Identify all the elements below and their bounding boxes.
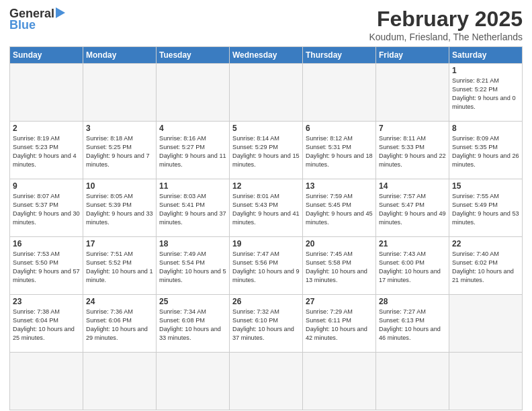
calendar-row: 23Sunrise: 7:38 AM Sunset: 6:04 PM Dayli… [10, 295, 523, 353]
table-row: 23Sunrise: 7:38 AM Sunset: 6:04 PM Dayli… [10, 295, 83, 353]
day-number: 2 [13, 124, 80, 133]
day-number: 19 [232, 239, 300, 248]
table-row: 19Sunrise: 7:47 AM Sunset: 5:56 PM Dayli… [230, 237, 303, 295]
day-number: 14 [379, 181, 446, 191]
day-info: Sunrise: 7:57 AM Sunset: 5:47 PM Dayligh… [379, 192, 446, 227]
day-number: 26 [232, 297, 300, 306]
day-number: 11 [159, 181, 226, 191]
table-row: 5Sunrise: 8:14 AM Sunset: 5:29 PM Daylig… [230, 122, 303, 179]
table-row: 24Sunrise: 7:36 AM Sunset: 6:06 PM Dayli… [83, 295, 157, 353]
day-info: Sunrise: 7:32 AM Sunset: 6:10 PM Dayligh… [232, 308, 300, 342]
table-row: 27Sunrise: 7:29 AM Sunset: 6:11 PM Dayli… [303, 295, 376, 353]
table-row: 21Sunrise: 7:43 AM Sunset: 6:00 PM Dayli… [376, 237, 449, 295]
day-info: Sunrise: 7:45 AM Sunset: 5:58 PM Dayligh… [306, 250, 373, 285]
day-info: Sunrise: 7:53 AM Sunset: 5:50 PM Dayligh… [13, 250, 80, 285]
day-number: 8 [452, 124, 519, 133]
table-row: 8Sunrise: 8:09 AM Sunset: 5:35 PM Daylig… [449, 122, 523, 179]
day-info: Sunrise: 7:38 AM Sunset: 6:04 PM Dayligh… [13, 308, 80, 342]
header-saturday: Saturday [449, 47, 523, 64]
table-row: 22Sunrise: 7:40 AM Sunset: 6:02 PM Dayli… [449, 237, 523, 295]
calendar-table: Sunday Monday Tuesday Wednesday Thursday… [9, 46, 523, 410]
page-header: General Blue February 2025 Koudum, Fries… [9, 7, 523, 42]
table-row: 2Sunrise: 8:19 AM Sunset: 5:23 PM Daylig… [10, 122, 83, 179]
day-number: 21 [379, 239, 446, 248]
day-number: 10 [86, 181, 153, 191]
table-row [449, 295, 523, 353]
header-wednesday: Wednesday [230, 47, 303, 64]
day-info: Sunrise: 7:47 AM Sunset: 5:56 PM Dayligh… [232, 250, 300, 285]
day-number: 16 [13, 239, 80, 248]
day-info: Sunrise: 8:12 AM Sunset: 5:31 PM Dayligh… [306, 134, 373, 169]
calendar-row: 2Sunrise: 8:19 AM Sunset: 5:23 PM Daylig… [10, 122, 523, 179]
table-row [376, 353, 449, 410]
day-info: Sunrise: 8:03 AM Sunset: 5:41 PM Dayligh… [159, 192, 226, 227]
table-row: 6Sunrise: 8:12 AM Sunset: 5:31 PM Daylig… [303, 122, 376, 179]
table-row [10, 64, 83, 122]
table-row: 4Sunrise: 8:16 AM Sunset: 5:27 PM Daylig… [157, 122, 230, 179]
day-number: 17 [86, 239, 153, 248]
month-year-title: February 2025 [369, 7, 523, 32]
header-tuesday: Tuesday [157, 47, 230, 64]
table-row [157, 64, 230, 122]
table-row [449, 353, 523, 410]
day-info: Sunrise: 8:05 AM Sunset: 5:39 PM Dayligh… [86, 192, 153, 227]
table-row [83, 353, 157, 410]
day-info: Sunrise: 8:14 AM Sunset: 5:29 PM Dayligh… [232, 134, 300, 169]
title-block: February 2025 Koudum, Friesland, The Net… [369, 7, 523, 42]
day-number: 23 [13, 297, 80, 306]
table-row: 13Sunrise: 7:59 AM Sunset: 5:45 PM Dayli… [303, 179, 376, 237]
day-info: Sunrise: 7:29 AM Sunset: 6:11 PM Dayligh… [306, 308, 373, 342]
table-row: 20Sunrise: 7:45 AM Sunset: 5:58 PM Dayli… [303, 237, 376, 295]
table-row: 1Sunrise: 8:21 AM Sunset: 5:22 PM Daylig… [449, 64, 523, 122]
day-number: 1 [452, 66, 519, 75]
day-number: 18 [159, 239, 226, 248]
day-number: 4 [159, 124, 226, 133]
day-info: Sunrise: 7:34 AM Sunset: 6:08 PM Dayligh… [159, 308, 226, 342]
day-info: Sunrise: 8:18 AM Sunset: 5:25 PM Dayligh… [86, 134, 153, 169]
logo-arrow-icon [56, 7, 65, 18]
day-number: 27 [306, 297, 373, 306]
day-info: Sunrise: 8:01 AM Sunset: 5:43 PM Dayligh… [232, 192, 300, 227]
table-row: 25Sunrise: 7:34 AM Sunset: 6:08 PM Dayli… [157, 295, 230, 353]
calendar-row: 1Sunrise: 8:21 AM Sunset: 5:22 PM Daylig… [10, 64, 523, 122]
table-row: 11Sunrise: 8:03 AM Sunset: 5:41 PM Dayli… [157, 179, 230, 237]
table-row [303, 64, 376, 122]
table-row: 15Sunrise: 7:55 AM Sunset: 5:49 PM Dayli… [449, 179, 523, 237]
table-row: 16Sunrise: 7:53 AM Sunset: 5:50 PM Dayli… [10, 237, 83, 295]
location-subtitle: Koudum, Friesland, The Netherlands [369, 32, 523, 42]
day-info: Sunrise: 7:59 AM Sunset: 5:45 PM Dayligh… [306, 192, 373, 227]
day-info: Sunrise: 7:36 AM Sunset: 6:06 PM Dayligh… [86, 308, 153, 342]
header-thursday: Thursday [303, 47, 376, 64]
table-row: 3Sunrise: 8:18 AM Sunset: 5:25 PM Daylig… [83, 122, 157, 179]
calendar-header-row: Sunday Monday Tuesday Wednesday Thursday… [10, 47, 523, 64]
day-number: 5 [232, 124, 300, 133]
day-number: 20 [306, 239, 373, 248]
day-number: 25 [159, 297, 226, 306]
calendar-row: 9Sunrise: 8:07 AM Sunset: 5:37 PM Daylig… [10, 179, 523, 237]
table-row [83, 64, 157, 122]
table-row: 12Sunrise: 8:01 AM Sunset: 5:43 PM Dayli… [230, 179, 303, 237]
table-row: 18Sunrise: 7:49 AM Sunset: 5:54 PM Dayli… [157, 237, 230, 295]
table-row [230, 64, 303, 122]
day-number: 6 [306, 124, 373, 133]
table-row [10, 353, 83, 410]
table-row [157, 353, 230, 410]
day-info: Sunrise: 7:55 AM Sunset: 5:49 PM Dayligh… [452, 192, 519, 227]
day-number: 3 [86, 124, 153, 133]
day-info: Sunrise: 8:07 AM Sunset: 5:37 PM Dayligh… [13, 192, 80, 227]
table-row: 17Sunrise: 7:51 AM Sunset: 5:52 PM Dayli… [83, 237, 157, 295]
day-number: 12 [232, 181, 300, 191]
table-row: 14Sunrise: 7:57 AM Sunset: 5:47 PM Dayli… [376, 179, 449, 237]
header-monday: Monday [83, 47, 157, 64]
calendar-row [10, 353, 523, 410]
day-info: Sunrise: 7:40 AM Sunset: 6:02 PM Dayligh… [452, 250, 519, 285]
day-info: Sunrise: 7:51 AM Sunset: 5:52 PM Dayligh… [86, 250, 153, 285]
table-row: 26Sunrise: 7:32 AM Sunset: 6:10 PM Dayli… [230, 295, 303, 353]
day-number: 28 [379, 297, 446, 306]
table-row: 28Sunrise: 7:27 AM Sunset: 6:13 PM Dayli… [376, 295, 449, 353]
table-row [376, 64, 449, 122]
calendar-row: 16Sunrise: 7:53 AM Sunset: 5:50 PM Dayli… [10, 237, 523, 295]
day-info: Sunrise: 7:27 AM Sunset: 6:13 PM Dayligh… [379, 308, 446, 342]
table-row: 10Sunrise: 8:05 AM Sunset: 5:39 PM Dayli… [83, 179, 157, 237]
day-number: 9 [13, 181, 80, 191]
